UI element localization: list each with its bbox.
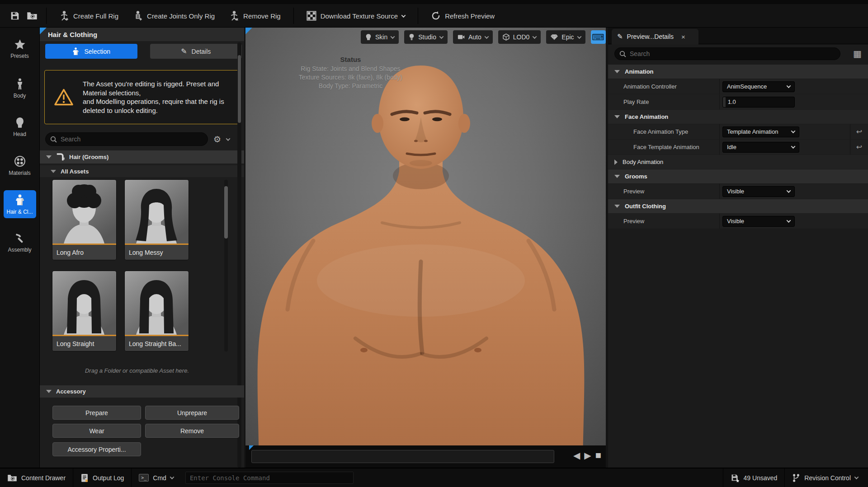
console-command-input[interactable] <box>190 474 349 482</box>
sidebar-item-body[interactable]: Body <box>4 74 36 102</box>
gear-icon[interactable]: ⚙ <box>213 134 221 145</box>
asset-tile-long-afro[interactable]: Long Afro <box>52 180 116 260</box>
timeline-bar: ◀ ▶ ■ <box>245 445 606 468</box>
editor-sidebar: Presets Body Head Materials Hair & Cl...… <box>0 28 40 468</box>
category-outfit-clothing[interactable]: Outfit Clothing <box>608 199 868 213</box>
assets-scrollbar-thumb[interactable] <box>224 186 228 239</box>
shirt-icon <box>14 194 25 206</box>
step-back-button[interactable]: ◀ <box>573 450 580 461</box>
panel-scrollbar-thumb[interactable] <box>238 55 241 123</box>
camera-dropdown[interactable]: Auto <box>453 30 493 44</box>
unprepare-button[interactable]: Unprepare <box>145 406 239 420</box>
character-preview[interactable] <box>245 28 606 468</box>
download-texture-source-label: Download Texture Source <box>321 12 398 20</box>
materials-sphere-icon <box>14 155 26 167</box>
category-body-animation[interactable]: Body Animation <box>608 155 868 169</box>
remove-rig-button[interactable]: Remove Rig <box>222 7 288 25</box>
star-icon <box>14 39 26 50</box>
grooms-preview-dropdown[interactable]: Visible <box>722 186 795 197</box>
lighting-label: Studio <box>418 33 436 41</box>
row-face-template-animation: Face Template Animation Idle ↩ <box>608 140 868 155</box>
lighting-dropdown[interactable]: Studio <box>404 30 448 44</box>
play-rate-input[interactable] <box>726 98 794 105</box>
play-rate-field[interactable] <box>722 97 795 108</box>
pencil-icon: ✎ <box>181 47 187 56</box>
category-animation[interactable]: Animation <box>608 65 868 79</box>
reset-arrow-icon: ↩ <box>856 143 862 151</box>
chevron-down-icon <box>854 475 859 479</box>
panel-scrollbar-track[interactable] <box>237 42 241 468</box>
category-face-animation[interactable]: Face Animation <box>608 110 868 124</box>
tab-selection[interactable]: Selection <box>45 44 137 59</box>
details-tabbar: ✎ Preview...Details × <box>608 28 868 44</box>
sidebar-item-head[interactable]: Head <box>4 113 36 140</box>
stop-button[interactable]: ■ <box>595 450 601 461</box>
category-grooms[interactable]: Grooms <box>608 169 868 183</box>
save-button[interactable] <box>6 7 24 24</box>
animation-controller-dropdown[interactable]: AnimSequence <box>722 81 795 92</box>
cmd-dropdown[interactable]: >_ Cmd <box>132 468 181 487</box>
section-hair-grooms[interactable]: Hair (Grooms) <box>40 150 244 164</box>
face-animation-type-dropdown[interactable]: Template Animation <box>722 126 799 137</box>
accessory-properties-button[interactable]: Accessory Properti... <box>52 442 141 456</box>
pencil-icon: ✎ <box>617 33 623 41</box>
browse-content-button[interactable] <box>24 7 41 24</box>
asset-tile-long-messy[interactable]: Long Messy <box>125 180 189 260</box>
console-command-box[interactable] <box>185 472 354 484</box>
sidebar-item-materials[interactable]: Materials <box>4 151 36 179</box>
chevron-down-icon[interactable] <box>226 136 231 141</box>
asset-tile-long-straight[interactable]: Long Straight <box>52 271 116 351</box>
section-all-assets[interactable]: All Assets <box>40 165 244 177</box>
keyboard-shortcuts-button[interactable]: ⌨ <box>591 30 606 44</box>
remove-button[interactable]: Remove <box>145 424 239 438</box>
lod-dropdown[interactable]: LOD0 <box>498 30 541 44</box>
chevron-down-icon <box>787 188 791 193</box>
details-view-options-icon[interactable]: ▦ <box>853 48 862 59</box>
unsaved-changes-label: 49 Unsaved <box>744 474 778 482</box>
timeline-scrub-track[interactable] <box>251 450 554 463</box>
tab-selection-label: Selection <box>84 48 110 55</box>
viewport-toolbar: Skin Studio Auto LOD0 Epic <box>361 30 606 44</box>
refresh-preview-button[interactable]: Refresh Preview <box>424 7 502 25</box>
assets-search-input[interactable] <box>61 136 203 143</box>
sidebar-item-label: Materials <box>9 170 31 176</box>
quality-dropdown[interactable]: Epic <box>546 30 585 44</box>
download-texture-source-button[interactable]: Download Texture Source <box>299 7 413 25</box>
search-icon <box>50 136 57 143</box>
tab-details[interactable]: ✎ Details <box>150 44 242 59</box>
assets-search-box[interactable] <box>45 132 208 146</box>
reset-to-default-button[interactable]: ↩ <box>850 124 868 139</box>
play-button[interactable]: ▶ <box>584 450 591 461</box>
create-full-rig-button[interactable]: Create Full Rig <box>52 7 126 25</box>
details-search-box[interactable] <box>614 47 840 60</box>
status-rig-state: Rig State: Joints and Blend Shapes <box>273 65 429 73</box>
tab-preview-details[interactable]: ✎ Preview...Details × <box>612 29 698 44</box>
face-template-animation-dropdown[interactable]: Idle <box>722 142 799 153</box>
sidebar-item-hair-clothing[interactable]: Hair & Cl... <box>4 190 36 218</box>
property-label: Play Rate <box>608 94 720 109</box>
close-icon[interactable]: × <box>681 33 685 41</box>
reset-to-default-button[interactable]: ↩ <box>850 140 868 155</box>
output-log-button[interactable]: Output Log <box>73 468 131 487</box>
content-drawer-button[interactable]: Content Drawer <box>0 468 73 487</box>
create-joints-only-rig-button[interactable]: Create Joints Only Rig <box>126 7 222 25</box>
unsaved-changes-button[interactable]: 49 Unsaved <box>723 468 785 487</box>
rigged-asset-warning: The Asset you're editing is rigged. Pres… <box>44 70 240 124</box>
property-label: Face Animation Type <box>608 124 720 139</box>
details-search-input[interactable] <box>630 50 835 57</box>
revision-control-dropdown[interactable]: Revision Control <box>785 468 868 487</box>
outfit-preview-dropdown[interactable]: Visible <box>722 216 795 227</box>
category-label: Body Animation <box>623 159 663 165</box>
prepare-button[interactable]: Prepare <box>52 406 141 420</box>
save-star-icon <box>731 473 740 482</box>
assets-scrollbar-track[interactable] <box>224 180 228 351</box>
sidebar-item-assembly[interactable]: Assembly <box>4 228 36 256</box>
skin-view-dropdown[interactable]: Skin <box>361 30 399 44</box>
warning-text: The Asset you're editing is rigged. Pres… <box>83 80 236 115</box>
save-icon <box>10 11 20 21</box>
wear-button[interactable]: Wear <box>52 424 141 438</box>
asset-tile-long-straight-bangs[interactable]: Long Straight Ba... <box>125 271 189 351</box>
section-accessory[interactable]: Accessory <box>40 385 244 398</box>
sidebar-item-presets[interactable]: Presets <box>4 35 36 62</box>
preview-viewport[interactable]: Skin Studio Auto LOD0 Epic <box>245 28 606 468</box>
